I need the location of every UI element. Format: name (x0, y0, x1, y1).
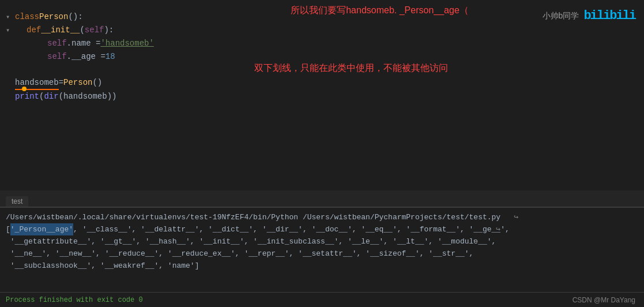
fn-parens-close: ): (104, 24, 114, 36)
terminal-output-3: '__ne__', '__new__', '__reduce__', '__re… (6, 248, 638, 260)
dir-close: )) (107, 90, 117, 103)
print-open: ( (39, 90, 44, 103)
fn-name: __init__ (41, 24, 80, 36)
var-handsomeb-2: handsomeb (63, 90, 107, 103)
class-name: Person (39, 10, 68, 23)
code-line-3: ▾ self .name = 'handsomeb' (0, 37, 644, 50)
code-line-1: ▾ class Person (): (0, 10, 644, 24)
kw-def: def (27, 24, 41, 36)
code-line-4: ▾ self .__age = 18 (0, 50, 644, 63)
dunder-age: .__age = (67, 50, 106, 63)
person-call: Person (63, 76, 92, 89)
fold-arrow-1: ▾ (6, 11, 14, 24)
process-status: Process finished with exit code 0 (6, 296, 143, 304)
output-rest-1: , '__class__', '__delattr__', '__dict__'… (73, 223, 514, 235)
scroll-icon-1: ↪ (514, 211, 519, 235)
fn-parens: ( (80, 24, 84, 36)
kw-self-3: self (47, 50, 67, 63)
scroll-icon-2: ↪ (496, 223, 500, 248)
code-line-6: ▾ handsomeb = Person () (0, 76, 644, 90)
output-rest-3: '__ne__', '__new__', '__reduce__', '__re… (6, 248, 473, 260)
csdn-watermark: CSDN @Mr DaYang (573, 296, 635, 304)
dir-open: ( (59, 90, 63, 103)
bracket-open: [ (6, 223, 10, 235)
kw-self-1: self (85, 24, 104, 36)
code-line-5 (0, 63, 644, 76)
command-text: /Users/wistbean/.local/share/virtualenvs… (6, 211, 500, 223)
terminal-output-1: ['_Person__age', '__class__', '__delattr… (6, 223, 638, 235)
str-handsomeb: 'handsomeb' (100, 37, 153, 50)
terminal-command: /Users/wistbean/.local/share/virtualenvs… (6, 211, 638, 223)
code-line-7: ▾ print ( dir ( handsomeb )) (0, 90, 644, 103)
fold-arrow-2: ▾ (6, 24, 14, 37)
terminal-output-2: '__getattribute__', '__gt__', '__hash__'… (6, 235, 638, 248)
num-18: 18 (106, 50, 115, 63)
dot-name: .name = (67, 37, 101, 50)
class-parens: (): (68, 10, 82, 23)
assign: = (59, 76, 63, 89)
person-parens: () (92, 76, 102, 89)
code-line-2: ▾ def __init__ ( self ): (0, 24, 644, 37)
fn-dir: dir (44, 90, 58, 103)
scroll-icon-3: ↪ (473, 235, 478, 260)
fn-print: print (15, 90, 39, 103)
kw-self-2: self (47, 37, 67, 50)
editor-area: 所以我们要写handsomeb. _Person__age（ 小帅b同学 bil… (0, 0, 644, 190)
terminal-tab[interactable]: test (6, 196, 28, 207)
tab-bar: test (0, 190, 644, 207)
highlight-person-age: '_Person__age' (10, 223, 73, 235)
terminal-output-4: '__subclasshook__', '__weakref__', 'name… (6, 260, 638, 272)
kw-class: class (15, 10, 39, 23)
output-rest-2: '__getattribute__', '__gt__', '__hash__'… (6, 235, 496, 248)
terminal-area: /Users/wistbean/.local/share/virtualenvs… (0, 208, 644, 275)
bottom-bar: Process finished with exit code 0 CSDN @… (0, 292, 644, 307)
output-rest-4: '__subclasshook__', '__weakref__', 'name… (6, 260, 199, 272)
